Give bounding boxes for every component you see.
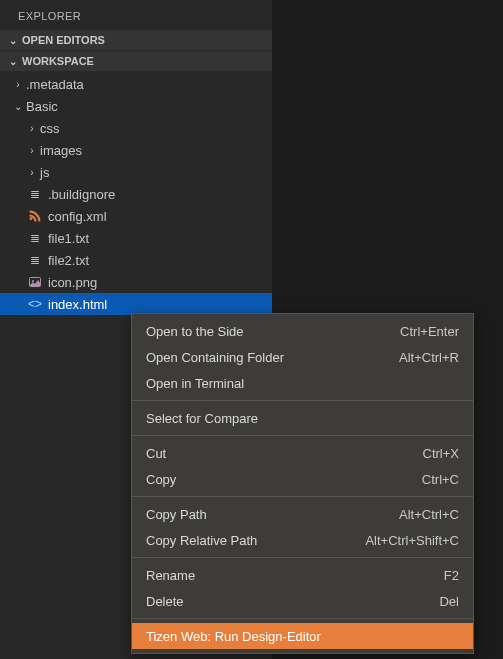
section-label: OPEN EDITORS [22,34,105,46]
menu-open-in-terminal[interactable]: Open in Terminal [132,370,473,396]
menu-rename[interactable]: Rename F2 [132,562,473,588]
svg-point-1 [32,280,34,282]
menu-shortcut: Alt+Ctrl+R [399,350,459,365]
chevron-down-icon: ⌄ [6,35,20,46]
tree-file-iconpng[interactable]: icon.png [0,271,272,293]
tree-label: Basic [26,99,58,114]
section-open-editors[interactable]: ⌄ OPEN EDITORS [0,30,272,50]
chevron-right-icon: › [26,145,38,156]
menu-label: Rename [146,568,195,583]
menu-label: Cut [146,446,166,461]
sidebar-title: EXPLORER [0,0,272,30]
tree-label: .metadata [26,77,84,92]
menu-shortcut: Ctrl+X [423,446,459,461]
image-file-icon [26,276,44,288]
menu-shortcut: Ctrl+Enter [400,324,459,339]
menu-shortcut: Del [439,594,459,609]
menu-label: Select for Compare [146,411,258,426]
menu-label: Open in Terminal [146,376,244,391]
menu-separator [132,496,473,497]
menu-label: Open to the Side [146,324,244,339]
menu-label: Tizen Web: Run Design-Editor [146,629,321,644]
menu-shortcut: Alt+Ctrl+Shift+C [365,533,459,548]
menu-cut[interactable]: Cut Ctrl+X [132,440,473,466]
tree-file-file2[interactable]: ≣ file2.txt [0,249,272,271]
chevron-right-icon: › [26,167,38,178]
tree-folder-css[interactable]: › css [0,117,272,139]
menu-separator [132,400,473,401]
tree-folder-images[interactable]: › images [0,139,272,161]
text-file-icon: ≣ [26,231,44,245]
tree-label: file1.txt [48,231,89,246]
tree-folder-basic[interactable]: ⌄ Basic [0,95,272,117]
menu-copy-relative-path[interactable]: Copy Relative Path Alt+Ctrl+Shift+C [132,527,473,553]
tree-label: images [40,143,82,158]
menu-label: Copy Relative Path [146,533,257,548]
menu-select-for-compare[interactable]: Select for Compare [132,405,473,431]
context-menu: Open to the Side Ctrl+Enter Open Contain… [131,313,474,654]
menu-copy-path[interactable]: Copy Path Alt+Ctrl+C [132,501,473,527]
menu-shortcut: F2 [444,568,459,583]
menu-delete[interactable]: Delete Del [132,588,473,614]
text-file-icon: ≣ [26,187,44,201]
menu-shortcut: Alt+Ctrl+C [399,507,459,522]
tree-label: .buildignore [48,187,115,202]
menu-open-containing-folder[interactable]: Open Containing Folder Alt+Ctrl+R [132,344,473,370]
tree-label: css [40,121,60,136]
tree-file-indexhtml[interactable]: <> index.html [0,293,272,315]
menu-label: Copy [146,472,176,487]
menu-separator [132,618,473,619]
section-label: WORKSPACE [22,55,94,67]
tree-label: js [40,165,49,180]
chevron-down-icon: ⌄ [6,56,20,67]
tree-file-file1[interactable]: ≣ file1.txt [0,227,272,249]
menu-label: Copy Path [146,507,207,522]
chevron-down-icon: ⌄ [12,101,24,112]
menu-tizen-run-design-editor[interactable]: Tizen Web: Run Design-Editor [132,623,473,649]
code-file-icon: <> [26,297,44,311]
tree-file-configxml[interactable]: config.xml [0,205,272,227]
menu-separator [132,435,473,436]
section-workspace[interactable]: ⌄ WORKSPACE [0,51,272,71]
menu-copy[interactable]: Copy Ctrl+C [132,466,473,492]
file-tree: › .metadata ⌄ Basic › css › images › js … [0,71,272,317]
menu-shortcut: Ctrl+C [422,472,459,487]
tree-label: icon.png [48,275,97,290]
text-file-icon: ≣ [26,253,44,267]
tree-folder-js[interactable]: › js [0,161,272,183]
tree-label: file2.txt [48,253,89,268]
tree-file-buildignore[interactable]: ≣ .buildignore [0,183,272,205]
menu-open-to-side[interactable]: Open to the Side Ctrl+Enter [132,318,473,344]
menu-label: Delete [146,594,184,609]
menu-separator [132,557,473,558]
tree-folder-metadata[interactable]: › .metadata [0,73,272,95]
menu-label: Open Containing Folder [146,350,284,365]
chevron-right-icon: › [12,79,24,90]
rss-icon [26,210,44,222]
chevron-right-icon: › [26,123,38,134]
tree-label: index.html [48,297,107,312]
tree-label: config.xml [48,209,107,224]
